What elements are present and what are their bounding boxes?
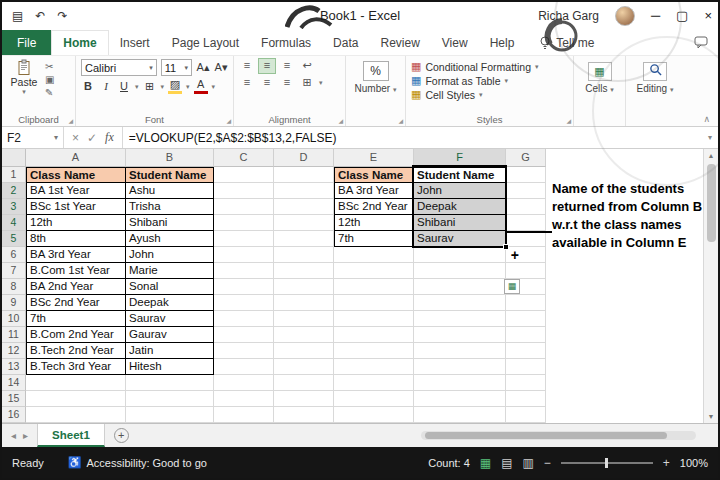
cell-B3[interactable]: Trisha: [126, 199, 214, 215]
cell-A7[interactable]: B.Com 1st Year: [26, 263, 126, 279]
cells-dropdown-icon[interactable]: ▾: [610, 86, 614, 93]
tell-me-button[interactable]: Tell me: [539, 30, 594, 55]
name-box-dropdown-icon[interactable]: ▾: [54, 133, 58, 142]
cells-label[interactable]: Cells: [585, 83, 607, 94]
cell-A9[interactable]: BSc 2nd Year: [26, 295, 126, 311]
cell-G5[interactable]: [506, 231, 546, 247]
number-format-label[interactable]: Number: [355, 83, 391, 94]
cell-D16[interactable]: [274, 407, 334, 423]
cell-C1[interactable]: [214, 167, 274, 183]
row-header-9[interactable]: 9: [2, 295, 26, 311]
tab-insert[interactable]: Insert: [109, 30, 161, 55]
page-layout-view-icon[interactable]: ▤: [501, 456, 512, 470]
font-color-icon[interactable]: A: [194, 79, 208, 94]
font-name-dropdown-icon[interactable]: ▾: [149, 64, 153, 72]
comment-icon[interactable]: [694, 30, 708, 55]
cell-G13[interactable]: [506, 359, 546, 375]
cell-E10[interactable]: [334, 311, 414, 327]
tab-help[interactable]: Help: [479, 30, 526, 55]
zoom-level[interactable]: 100%: [680, 457, 708, 469]
cell-A8[interactable]: BA 2nd Year: [26, 279, 126, 295]
cell-B13[interactable]: Hitesh: [126, 359, 214, 375]
expand-formula-bar-icon[interactable]: ▾: [702, 127, 718, 148]
cell-E11[interactable]: [334, 327, 414, 343]
cell-D1[interactable]: [274, 167, 334, 183]
cell-A5[interactable]: 8th: [26, 231, 126, 247]
row-header-12[interactable]: 12: [2, 343, 26, 359]
scroll-up-icon[interactable]: ▲: [708, 149, 715, 162]
cell-A12[interactable]: B.Tech 2nd Year: [26, 343, 126, 359]
cell-C4[interactable]: [214, 215, 274, 231]
cell-A6[interactable]: BA 3rd Year: [26, 247, 126, 263]
borders-dropdown-icon[interactable]: ▾: [161, 83, 165, 91]
select-all-corner[interactable]: [2, 149, 26, 167]
row-header-7[interactable]: 7: [2, 263, 26, 279]
cell-A4[interactable]: 12th: [26, 215, 126, 231]
sheet-tab-sheet1[interactable]: Sheet1: [37, 424, 105, 447]
editing-dropdown-icon[interactable]: ▾: [670, 86, 674, 93]
row-header-5[interactable]: 5: [2, 231, 26, 247]
cell-C11[interactable]: [214, 327, 274, 343]
cell-D14[interactable]: [274, 375, 334, 391]
cell-C16[interactable]: [214, 407, 274, 423]
cell-B8[interactable]: Sonal: [126, 279, 214, 295]
cut-icon[interactable]: ✂: [45, 61, 54, 72]
cell-D3[interactable]: [274, 199, 334, 215]
row-header-2[interactable]: 2: [2, 183, 26, 199]
cell-F13[interactable]: [414, 359, 506, 375]
new-sheet-icon[interactable]: +: [114, 428, 129, 443]
zoom-slider[interactable]: [561, 462, 653, 464]
font-name-combo[interactable]: Calibri ▾: [81, 59, 157, 76]
cell-F14[interactable]: [414, 375, 506, 391]
tab-data[interactable]: Data: [322, 30, 369, 55]
cell-A10[interactable]: 7th: [26, 311, 126, 327]
cell-D8[interactable]: [274, 279, 334, 295]
cell-B12[interactable]: Jatin: [126, 343, 214, 359]
cell-G10[interactable]: [506, 311, 546, 327]
align-center-icon[interactable]: ≡: [259, 76, 275, 90]
cell-F2[interactable]: John: [414, 183, 506, 199]
cell-G3[interactable]: [506, 199, 546, 215]
cell-D13[interactable]: [274, 359, 334, 375]
copy-icon[interactable]: ▣: [45, 74, 54, 85]
column-header-E[interactable]: E: [334, 149, 414, 167]
cell-E14[interactable]: [334, 375, 414, 391]
formula-input[interactable]: =VLOOKUP(E2,$A$2:$B$13,2,FALSE): [123, 127, 702, 148]
cell-D2[interactable]: [274, 183, 334, 199]
cell-A14[interactable]: [26, 375, 126, 391]
vertical-scrollbar-thumb[interactable]: [707, 164, 716, 242]
cell-B2[interactable]: Ashu: [126, 183, 214, 199]
clipboard-dialog-launcher[interactable]: ◢: [68, 117, 73, 124]
underline-button[interactable]: U: [117, 79, 131, 94]
cell-G9[interactable]: [506, 295, 546, 311]
font-size-combo[interactable]: 11 ▾: [161, 59, 192, 76]
cell-C3[interactable]: [214, 199, 274, 215]
borders-icon[interactable]: ⊞: [143, 79, 157, 94]
cell-G14[interactable]: [506, 375, 546, 391]
page-break-view-icon[interactable]: ▥: [522, 456, 533, 470]
paste-dropdown-icon[interactable]: ▾: [22, 88, 26, 96]
tab-page-layout[interactable]: Page Layout: [161, 30, 250, 55]
accessibility-status[interactable]: ♿ Accessibility: Good to go: [68, 456, 207, 469]
cell-C15[interactable]: [214, 391, 274, 407]
font-dialog-launcher[interactable]: ◢: [226, 117, 231, 124]
zoom-in-icon[interactable]: +: [663, 456, 670, 470]
cell-E5[interactable]: 7th: [334, 231, 414, 247]
minimize-icon[interactable]: ─: [651, 2, 660, 30]
cell-A16[interactable]: [26, 407, 126, 423]
avatar[interactable]: [615, 6, 635, 26]
cell-D5[interactable]: [274, 231, 334, 247]
cells-icon[interactable]: ▦: [588, 62, 612, 81]
cell-B14[interactable]: [126, 375, 214, 391]
name-box[interactable]: F2 ▾: [2, 127, 64, 148]
row-header-1[interactable]: 1: [2, 167, 26, 183]
column-header-C[interactable]: C: [214, 149, 274, 167]
cell-F15[interactable]: [414, 391, 506, 407]
maximize-icon[interactable]: ▢: [676, 2, 688, 30]
merge-center-icon[interactable]: ⊞: [299, 76, 315, 90]
collapse-ribbon-icon[interactable]: ∧: [703, 114, 710, 124]
enter-icon[interactable]: ✓: [87, 131, 97, 145]
normal-view-icon[interactable]: ▦: [480, 456, 491, 470]
cell-B1[interactable]: Student Name: [126, 167, 214, 183]
cell-G1[interactable]: [506, 167, 546, 183]
